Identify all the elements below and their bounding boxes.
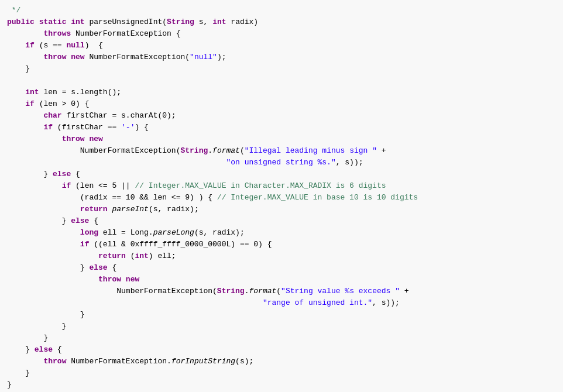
code-line-3: throws NumberFormatException {: [0, 28, 563, 40]
code-line-5: throw new NumberFormatException("null");: [0, 51, 563, 63]
code-line-7: [0, 75, 563, 87]
code-line-4: if (s == null) {: [0, 40, 563, 51]
code-line-23: } else {: [0, 262, 563, 274]
code-line-6: }: [0, 63, 563, 75]
code-line-16: if (len <= 5 || // Integer.MAX_VALUE in …: [0, 180, 563, 192]
code-line-10: char firstChar = s.charAt(0);: [0, 110, 563, 122]
code-line-21: if ((ell & 0xffff_ffff_0000_0000L) == 0)…: [0, 239, 563, 250]
code-line-9: if (len > 0) {: [0, 98, 563, 110]
code-line-25: NumberFormatException(String.format("Str…: [0, 286, 563, 297]
code-line-29: }: [0, 332, 563, 344]
code-line-32: }: [0, 367, 563, 379]
code-line-27: }: [0, 309, 563, 321]
code-line-33: }: [0, 379, 563, 391]
code-line-15: } else {: [0, 169, 563, 180]
code-line-22: return (int) ell;: [0, 250, 563, 262]
code-container: */ public static int parseUnsignedInt(St…: [0, 0, 563, 392]
code-line-17: (radix == 10 && len <= 9) ) { // Integer…: [0, 192, 563, 204]
code-line-26: "range of unsigned int.", s));: [0, 297, 563, 309]
code-line-12: throw new: [0, 133, 563, 145]
code-line-2: public static int parseUnsignedInt(Strin…: [0, 16, 563, 28]
code-line-18: return parseInt(s, radix);: [0, 204, 563, 215]
code-line-24: throw new: [0, 274, 563, 286]
code-line-31: throw NumberFormatException.forInputStri…: [0, 356, 563, 367]
code-line-20: long ell = Long.parseLong(s, radix);: [0, 227, 563, 239]
code-line-1: */: [0, 5, 563, 16]
code-line-14: "on unsigned string %s.", s));: [0, 157, 563, 169]
code-line-13: NumberFormatException(String.format("Ill…: [0, 145, 563, 157]
code-line-8: int len = s.length();: [0, 87, 563, 98]
code-line-28: }: [0, 321, 563, 332]
code-line-30: } else {: [0, 344, 563, 356]
code-line-11: if (firstChar == '-') {: [0, 122, 563, 133]
code-line-19: } else {: [0, 215, 563, 227]
